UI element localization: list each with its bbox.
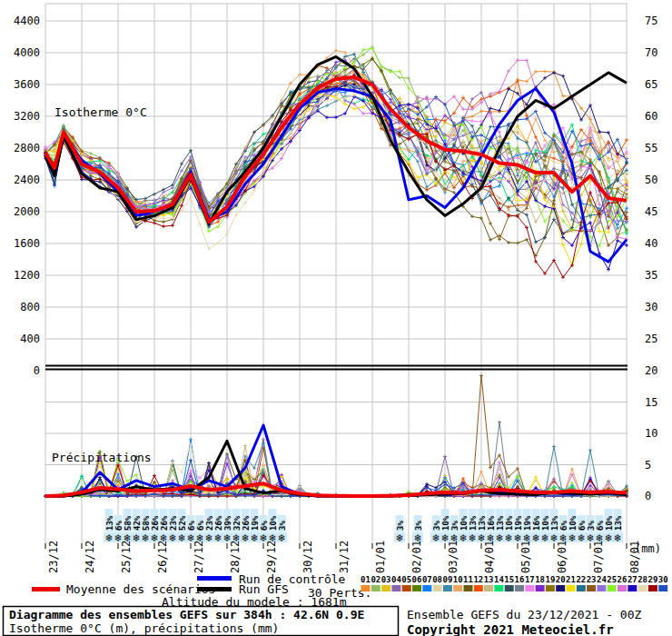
gfs-legend-label: Run GFS bbox=[239, 582, 289, 596]
member-legend-number: 24 bbox=[597, 575, 607, 584]
snow-percent-label: 23% bbox=[169, 515, 178, 531]
right-axis-tick-label: 50 bbox=[645, 174, 657, 186]
member-legend-swatch bbox=[361, 585, 371, 591]
footer: Diagramme des ensembles GEFS sur 384h : … bbox=[4, 607, 642, 636]
member-legend-swatch bbox=[546, 585, 555, 591]
date-label: 01/01 bbox=[374, 541, 387, 573]
snowflake-icon: ❄ bbox=[205, 532, 212, 544]
right-axis-tick-label: 70 bbox=[645, 46, 657, 59]
member-legend-swatch bbox=[474, 585, 483, 591]
snow-percent-label: 26% bbox=[214, 515, 223, 531]
member-legend-swatch bbox=[648, 585, 657, 591]
snow-percent-label: 13% bbox=[105, 515, 114, 531]
member-legend-swatch bbox=[638, 585, 647, 591]
snowflake-icon: ❄ bbox=[432, 532, 439, 544]
snow-percent-label: 3% bbox=[396, 521, 405, 531]
member-legend-number: 17 bbox=[525, 575, 535, 584]
snow-percent-label: 10% bbox=[541, 515, 550, 531]
member-legend-swatch bbox=[391, 585, 400, 591]
member-legend-swatch bbox=[628, 585, 637, 591]
date-label: 29/12 bbox=[265, 541, 278, 573]
left-axis-tick-label: 1600 bbox=[14, 237, 40, 250]
right-axis-tick-label: 60 bbox=[645, 110, 657, 123]
member-legend-swatch bbox=[443, 585, 452, 591]
member-legend-swatch bbox=[618, 585, 627, 591]
snow-percent-label: 10% bbox=[505, 515, 514, 531]
member-legend-number: 30 bbox=[658, 575, 668, 584]
ensemble-chart: 4400400036003200280024002000160012008004… bbox=[0, 0, 672, 636]
right-axis-tick-label: 45 bbox=[645, 205, 657, 218]
left-axis-tick-label: 400 bbox=[20, 333, 40, 345]
left-axis-tick-label: 4000 bbox=[14, 46, 40, 59]
legend: Run de contrôle Moyenne des scénarios Ru… bbox=[32, 572, 371, 609]
date-label: 05/01 bbox=[519, 541, 532, 573]
members-color-legend: 0102030405060708091011121314151617181920… bbox=[361, 575, 668, 591]
member-legend-number: 04 bbox=[391, 575, 401, 584]
snow-percent-label: 10% bbox=[441, 515, 450, 531]
member-legend-number: 23 bbox=[587, 575, 597, 584]
snowflake-icon: ❄ bbox=[568, 532, 575, 544]
isotherm-label: Isotherme 0°C bbox=[54, 105, 147, 119]
member-legend-number: 21 bbox=[566, 575, 576, 584]
member-legend-swatch bbox=[587, 585, 596, 591]
member-legend-swatch bbox=[515, 585, 524, 591]
right-axis-mm-tick-label: 5 bbox=[645, 459, 651, 472]
snow-percent-label: 13% bbox=[550, 515, 559, 531]
snow-percent-label: 19% bbox=[523, 515, 532, 531]
right-axis-mm-tick-label: 10 bbox=[645, 427, 657, 440]
snow-probability-row: ❄13%❄6%❄58%❄42%❄58%❄26%❄26%❄23%❄52%❄6%❄6… bbox=[104, 509, 623, 544]
member-legend-number: 08 bbox=[432, 575, 442, 584]
left-axis-tick-label: 4400 bbox=[14, 15, 40, 27]
member-legend-swatch bbox=[381, 585, 390, 591]
snow-percent-label: 3% bbox=[450, 521, 460, 531]
snowflake-icon: ❄ bbox=[460, 532, 466, 544]
right-axis-tick-label: 20 bbox=[645, 364, 657, 377]
member-legend-number: 09 bbox=[442, 575, 452, 584]
member-legend-swatch bbox=[484, 585, 493, 591]
snow-percent-label: 16% bbox=[532, 515, 541, 531]
left-axis-tick-label: 2400 bbox=[14, 174, 40, 186]
snowflake-icon: ❄ bbox=[214, 532, 221, 544]
diagram-title: Diagramme des ensembles GEFS sur 384h : … bbox=[9, 608, 364, 621]
control-line-swatch bbox=[197, 576, 232, 581]
member-legend-swatch bbox=[567, 585, 576, 591]
right-axis-tick-label: 40 bbox=[645, 237, 657, 250]
precip-label: Précipitations bbox=[52, 451, 152, 464]
snow-percent-label: 6% bbox=[114, 521, 124, 531]
snow-percent-label: 10% bbox=[568, 515, 578, 531]
left-axis-tick-label: 0 bbox=[34, 364, 40, 377]
member-legend-swatch bbox=[494, 585, 503, 591]
snow-percent-label: 10% bbox=[605, 515, 614, 531]
member-legend-swatch bbox=[453, 585, 462, 591]
member-legend-swatch bbox=[422, 585, 431, 591]
member-legend-number: 10 bbox=[453, 575, 463, 584]
member-legend-number: 22 bbox=[576, 575, 586, 584]
snow-percent-label: 6% bbox=[260, 521, 269, 531]
mean-legend-label: Moyenne des scénarios bbox=[66, 582, 215, 596]
member-legend-number: 02 bbox=[371, 575, 380, 584]
left-axis-tick-label: 1200 bbox=[14, 269, 40, 282]
right-axis-tick-label: 65 bbox=[645, 78, 657, 91]
snowflake-icon: ❄ bbox=[605, 532, 611, 544]
date-label: 03/01 bbox=[447, 541, 460, 573]
member-legend-swatch bbox=[597, 585, 606, 591]
date-label: 30/12 bbox=[301, 541, 314, 573]
member-legend-number: 01 bbox=[361, 575, 371, 584]
snow-percent-label: 10% bbox=[269, 515, 278, 531]
member-legend-number: 29 bbox=[647, 575, 657, 584]
right-axis-tick-label: 75 bbox=[645, 15, 657, 27]
member-legend-number: 14 bbox=[494, 575, 504, 584]
snow-percent-label: 26% bbox=[151, 515, 160, 531]
member-legend-number: 11 bbox=[463, 575, 473, 584]
copyright: Copyright 2021 Meteociel.fr bbox=[407, 622, 614, 636]
snow-percent-label: 13% bbox=[469, 515, 478, 531]
member-legend-number: 18 bbox=[535, 575, 545, 584]
snowflake-icon: ❄ bbox=[396, 532, 402, 544]
member-legend-number: 07 bbox=[422, 575, 432, 584]
member-legend-swatch bbox=[608, 585, 617, 591]
snow-percent-label: 10% bbox=[460, 515, 469, 531]
right-axis-tick-label: 55 bbox=[645, 142, 657, 154]
right-axis-mm-tick-label: 0 bbox=[645, 490, 651, 502]
snow-percent-label: 13% bbox=[478, 515, 487, 531]
separator-line bbox=[45, 365, 628, 367]
